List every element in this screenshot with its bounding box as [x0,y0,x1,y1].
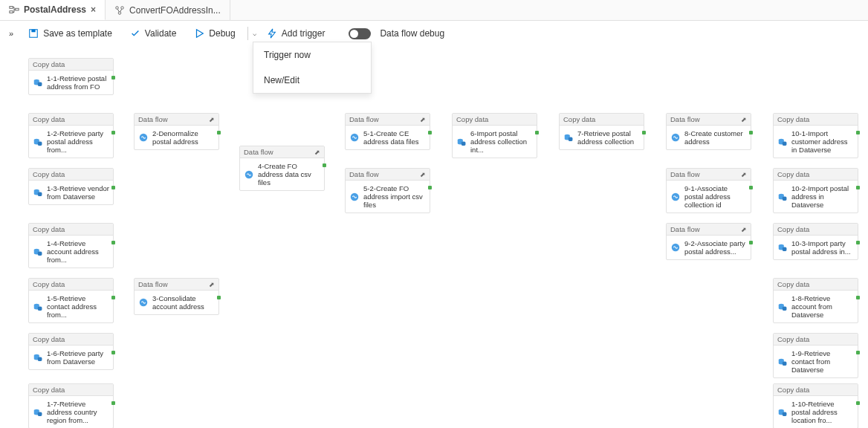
copy-data-icon [777,302,788,312]
expand-icon[interactable]: ⬈ [420,116,426,123]
activity-n8[interactable]: Data flow⬈8-Create customer address [666,113,751,150]
activity-n108[interactable]: Copy data1-8-Retrieve account from Datav… [773,278,858,323]
activity-type-label: Data flow [349,170,379,178]
activity-label: 1-1-Retrieve postal address from FO [47,74,109,91]
output-port[interactable] [856,241,860,244]
output-port[interactable] [217,131,221,134]
expand-icon[interactable]: ⬈ [741,171,747,178]
tab-label: PostalAddress [24,4,86,15]
activity-type-label: Copy data [33,335,65,343]
output-port[interactable] [217,296,221,299]
activity-type-label: Data flow [670,225,700,233]
output-port[interactable] [111,186,115,189]
tab-1[interactable]: ConvertFOAddressIn... [106,0,230,20]
data-flow-debug-toggle[interactable]: Data flow debug [341,23,452,44]
activity-n11[interactable]: Copy data1-1-Retrieve postal address fro… [28,58,114,95]
save-as-template-button[interactable]: Save as template [21,23,120,44]
output-port[interactable] [856,351,860,354]
output-port[interactable] [111,76,115,80]
menu-trigger-now[interactable]: Trigger now [253,42,371,68]
activity-n51[interactable]: Data flow⬈5-1-Create CE address data fil… [345,113,430,150]
output-port[interactable] [111,351,115,354]
output-port[interactable] [856,186,860,189]
output-port[interactable] [749,241,753,244]
menu-new-edit[interactable]: New/Edit [253,68,371,93]
expand-icon[interactable]: ⬈ [209,116,215,123]
add-trigger-menu: Trigger now New/Edit [253,42,372,94]
activity-label: 9-2-Associate party postal address... [684,239,747,256]
copy-data-icon [33,302,43,312]
expand-icon[interactable]: ⬈ [420,171,426,178]
check-icon [130,28,140,39]
output-port[interactable] [111,296,115,299]
activity-label: 1-5-Retrieve contact address from... [47,294,109,319]
activity-n110[interactable]: Copy data1-10-Retrieve postal address lo… [773,383,858,428]
expand-pane-icon[interactable]: » [4,29,18,38]
activity-n109[interactable]: Copy data1-9-Retrieve contact from Datav… [773,333,858,378]
activity-n92[interactable]: Data flow⬈9-2-Associate party postal add… [666,223,751,260]
activity-n101[interactable]: Copy data10-1-Import customer address in… [773,113,858,158]
activity-label: 7-Retrieve postal address collection [577,129,640,146]
output-port[interactable] [856,131,860,134]
validate-button[interactable]: Validate [123,23,184,44]
activity-n17[interactable]: Copy data1-7-Retrieve address country re… [28,383,114,428]
output-port[interactable] [749,186,753,189]
activity-n14[interactable]: Copy data1-4-Retrieve account address fr… [28,223,114,268]
output-port[interactable] [428,186,432,189]
activity-label: 1-4-Retrieve account address from... [47,239,109,264]
output-port[interactable] [749,131,753,134]
activity-label: 4-Create FO address data csv files [258,162,320,187]
activity-label: 3-Consolidate account address [152,294,215,311]
activity-n7[interactable]: Copy data7-Retrieve postal address colle… [559,113,644,150]
activity-type-label: Copy data [777,280,809,288]
output-port[interactable] [428,131,432,134]
data-flow-icon [138,297,149,308]
output-port[interactable] [642,131,646,134]
activity-type-label: Copy data [777,335,809,343]
activity-type-label: Data flow [670,170,700,178]
close-icon[interactable]: × [91,4,96,15]
debug-dropdown-caret[interactable]: ⌵ [253,30,256,37]
activity-n4[interactable]: Data flow⬈4-Create FO address data csv f… [239,146,325,191]
output-port[interactable] [535,131,539,134]
activity-n15[interactable]: Copy data1-5-Retrieve contact address fr… [28,278,114,323]
activity-type-label: Copy data [33,280,65,288]
output-port[interactable] [856,401,860,405]
activity-label: 2-Denormalize postal address [152,129,215,146]
expand-icon[interactable]: ⬈ [314,149,320,156]
debug-button[interactable]: Debug [187,23,242,44]
tab-label: ConvertFOAddressIn... [129,5,221,16]
activity-type-label: Data flow [138,115,168,123]
activity-n16[interactable]: Copy data1-6-Retrieve party from Dataver… [28,333,114,370]
output-port[interactable] [111,131,115,134]
activity-n52[interactable]: Data flow⬈5-2-Create FO address import c… [345,168,430,213]
svg-rect-2 [16,8,19,10]
expand-icon[interactable]: ⬈ [741,226,747,233]
output-port[interactable] [323,163,326,167]
activity-n102[interactable]: Copy data10-2-Import postal address in D… [773,168,858,213]
activity-n103[interactable]: Copy data10-3-Import party postal addres… [773,223,858,260]
copy-data-icon [33,247,43,257]
activity-n91[interactable]: Data flow⬈9-1-Associate postal address c… [666,168,751,213]
activity-n2[interactable]: Data flow⬈2-Denormalize postal address [134,113,219,150]
activity-n6[interactable]: Copy data6-Import postal address collect… [452,113,537,158]
copy-data-icon [563,132,574,143]
activity-n12[interactable]: Copy data1-2-Retrieve party postal addre… [28,113,114,158]
tab-0[interactable]: PostalAddress× [0,0,106,20]
activity-label: 8-Create customer address [684,129,747,146]
output-port[interactable] [111,401,115,405]
activity-type-label: Copy data [33,386,65,394]
activity-n3[interactable]: Data flow⬈3-Consolidate account address [134,278,219,315]
copy-data-icon [777,357,788,367]
activity-n13[interactable]: Copy data1-3-Retrieve vendor from Datave… [28,168,114,205]
add-trigger-button[interactable]: Add trigger [259,23,333,44]
data-flow-icon [138,132,149,143]
dfdebug-label: Data flow debug [380,28,444,39]
output-port[interactable] [111,241,115,244]
activity-label: 1-6-Retrieve party from Dataverse [47,349,109,366]
expand-icon[interactable]: ⬈ [741,116,747,123]
activity-type-label: Copy data [777,170,809,178]
output-port[interactable] [856,296,860,299]
activity-label: 1-9-Retrieve contact from Dataverse [791,349,854,374]
expand-icon[interactable]: ⬈ [209,281,215,288]
